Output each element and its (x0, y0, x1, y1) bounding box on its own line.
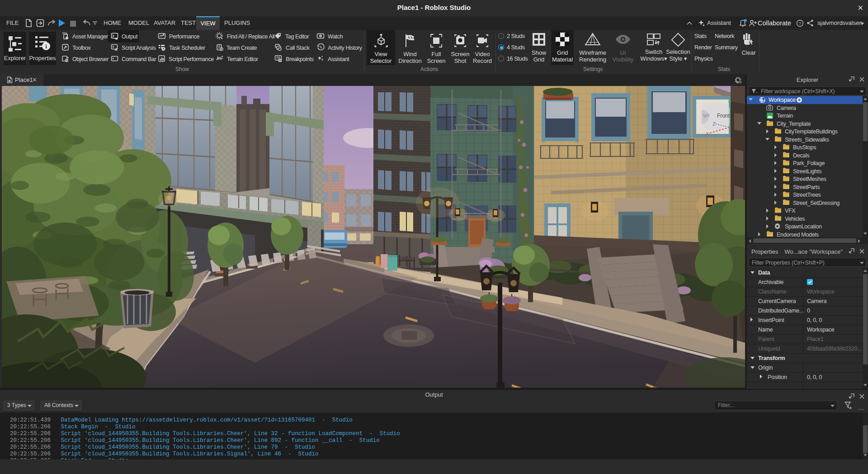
svg-text:StreetTrees: StreetTrees (793, 192, 821, 198)
svg-text:Workspace: Workspace (769, 97, 796, 103)
svg-text:Camera: Camera (777, 105, 796, 111)
svg-text:SpawnLocation: SpawnLocation (785, 223, 822, 230)
svg-text:i: i (45, 43, 47, 50)
svg-text:0, 0, 0: 0, 0, 0 (807, 317, 822, 323)
svg-text:Terrain: Terrain (777, 113, 793, 119)
svg-text:40bbaa58fa38b2320...: 40bbaa58fa38b2320... (807, 346, 862, 352)
svg-text:Workspace: Workspace (807, 289, 835, 295)
svg-text:Street_SetDressing: Street_SetDressing (793, 200, 840, 206)
svg-text:Park_Foliage: Park_Foliage (793, 160, 825, 166)
svg-text:CityTemplateBuildings: CityTemplateBuildings (785, 128, 838, 135)
svg-text:Data: Data (758, 270, 771, 276)
svg-text:StreetParts: StreetParts (793, 184, 820, 190)
svg-text:Position: Position (768, 374, 787, 380)
svg-text:Workspace: Workspace (807, 327, 835, 333)
svg-text:0, 0, 0: 0, 0, 0 (807, 374, 822, 380)
svg-text:City_Template: City_Template (777, 121, 811, 127)
svg-text:UniqueId: UniqueId (758, 346, 780, 352)
svg-text:VFX: VFX (785, 208, 796, 214)
svg-text:0: 0 (807, 308, 810, 314)
svg-text:Camera: Camera (807, 298, 827, 304)
svg-text:StreetMeshes: StreetMeshes (793, 176, 826, 182)
svg-text:Vehicles: Vehicles (785, 216, 805, 222)
svg-text:Origin: Origin (758, 365, 773, 371)
svg-text:Name: Name (758, 327, 773, 333)
svg-text:CurrentCamera: CurrentCamera (758, 298, 796, 304)
svg-text:Streets_Sidewalks: Streets_Sidewalks (785, 137, 829, 143)
svg-text:Endorsed Models: Endorsed Models (777, 232, 819, 238)
svg-text:InsertPoint: InsertPoint (758, 317, 784, 323)
svg-text:BusStops: BusStops (793, 144, 816, 151)
svg-text:Parent: Parent (758, 336, 774, 342)
svg-text:Transform: Transform (758, 355, 785, 361)
svg-text:StreetLights: StreetLights (793, 168, 821, 175)
svg-text:ClassName: ClassName (758, 289, 787, 295)
svg-text:Place1: Place1 (807, 336, 824, 342)
svg-text:Decals: Decals (793, 152, 809, 159)
svg-text:DistributedGame...: DistributedGame... (758, 308, 804, 314)
svg-text:Archivable: Archivable (758, 279, 784, 285)
svg-text:?: ? (799, 21, 801, 26)
